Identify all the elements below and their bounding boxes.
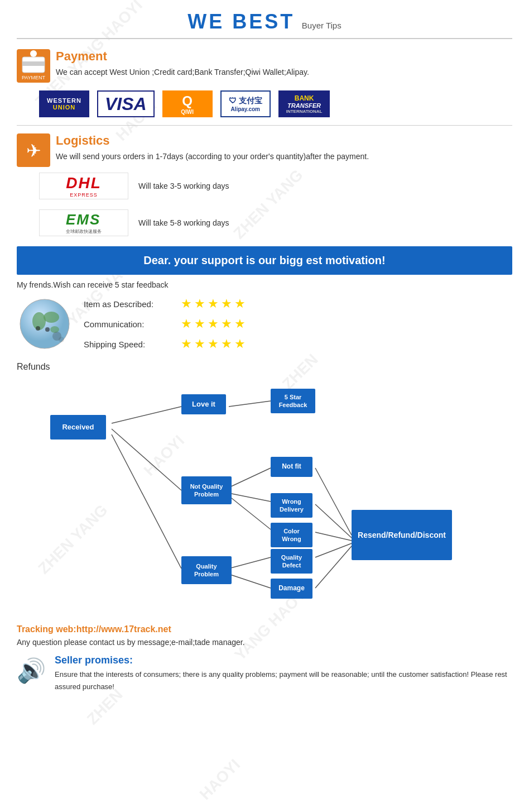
star-2: ★ [194,297,205,311]
seller-title: Seller promises: [55,655,512,666]
section-divider-1 [17,125,512,126]
rating-row-item: Item as Described: ★ ★ ★ ★ ★ [84,297,246,311]
svg-line-26 [315,532,352,541]
dhl-logo: DHL EXPRESS [39,173,128,199]
svg-line-15 [112,407,181,423]
logistics-text: We will send yours orders in 1-7days (ac… [56,150,369,163]
seller-text: Ensure that the interests of consumers; … [55,668,512,693]
payment-text: We can accept West Union ;Credit card;Ba… [56,66,309,78]
tracking-text: Any question please contact us by messag… [17,638,512,647]
refunds-title: Refunds [17,362,512,372]
star-4: ★ [221,297,232,311]
rating-label-ship: Shipping Speed: [84,340,173,349]
svg-text:✈: ✈ [26,141,41,161]
motivation-banner: Dear. your support is our bigg est motiv… [17,246,512,275]
refunds-flowchart: Received Love it 5 StarFeedback Not Qual… [17,379,512,613]
payment-section: PAYMENT Payment We can accept West Union… [17,49,512,83]
fc-damage: Damage [271,579,312,599]
flowchart-lines [17,379,512,613]
refunds-section: Refunds [17,362,512,613]
header-subtitle: Buyer Tips [302,21,342,30]
ems-carrier: EMS 全球邮政快递服务 Will take 5-8 working days [39,209,512,236]
fc-received: Received [50,415,106,440]
ems-desc: Will take 5-8 working days [138,218,229,227]
star-3: ★ [208,297,219,311]
logistics-section: ✈ Logistics We will send yours orders in… [17,133,512,167]
svg-line-28 [315,546,352,588]
svg-point-12 [59,337,64,342]
logistics-label: Logistics [56,133,369,148]
svg-point-14 [45,327,50,332]
svg-line-19 [229,468,271,488]
logistics-carriers: DHL EXPRESS Will take 3-5 working days E… [39,173,512,236]
svg-point-9 [44,312,59,323]
feedback-ratings: Item as Described: ★ ★ ★ ★ ★ Communicati… [84,297,246,351]
payment-icon: PAYMENT [17,49,50,83]
star-1: ★ [181,297,192,311]
ems-logo: EMS 全球邮政快递服务 [39,209,128,236]
svg-point-13 [36,326,40,331]
speaker-icon: 🔊 [17,657,46,684]
seller-section: 🔊 Seller promises: Ensure that the inter… [17,655,512,693]
fc-five-star: 5 StarFeedback [271,389,315,413]
svg-text:PAYMENT: PAYMENT [22,75,46,80]
svg-line-16 [112,429,181,490]
svg-line-25 [315,504,352,538]
fc-quality-defect: QualityDefect [271,549,312,574]
svg-line-17 [112,434,181,569]
rating-label-comm: Communication: [84,319,173,329]
stars-comm: ★ ★ ★ ★ ★ [181,317,246,331]
rating-row-communication: Communication: ★ ★ ★ ★ ★ [84,317,246,331]
svg-line-21 [229,496,271,529]
visa-logo: VISA [97,90,155,117]
feedback-section: My frends.Wish can receive 5 star feedba… [17,280,512,352]
fc-quality-problem: QualityProblem [181,556,232,584]
dhl-desc: Will take 3-5 working days [138,181,229,190]
tracking-url: Tracking web:http://www.17track.net [17,624,512,634]
logistics-icon: ✈ [17,133,50,167]
alipay-logo: 🛡 支付宝 Alipay.com [220,90,271,117]
stars-ship: ★ ★ ★ ★ ★ [181,337,246,351]
svg-line-22 [229,557,271,569]
payment-logos: WESTERN UNION VISA Q QIWI 🛡 支付宝 Alipay.c… [39,90,512,117]
fc-not-quality: Not QualityProblem [181,476,232,504]
fc-color-wrong: ColorWrong [271,523,312,547]
feedback-intro: My frends.Wish can receive 5 star feedba… [17,280,512,289]
svg-line-23 [229,574,271,588]
feedback-globe-icon [17,296,73,352]
star-5: ★ [234,297,246,311]
bank-transfer-logo: BANK TRANSFER INTERNATIONAL [278,90,330,117]
seller-content: Seller promises: Ensure that the interes… [55,655,512,693]
svg-line-27 [315,543,352,557]
tracking-section: Tracking web:http://www.17track.net Any … [17,624,512,647]
fc-resend: Resend/Refund/Discont [352,510,452,560]
rating-label-item: Item as Described: [84,299,173,309]
header-title: WE BEST [187,10,295,33]
stars-item: ★ ★ ★ ★ ★ [181,297,246,311]
svg-point-3 [30,50,37,57]
dhl-carrier: DHL EXPRESS Will take 3-5 working days [39,173,512,199]
western-union-logo: WESTERN UNION [39,90,89,117]
qiwi-logo: Q QIWI [162,90,213,117]
svg-line-24 [315,468,352,535]
fc-love-it: Love it [181,394,226,414]
fc-not-fit: Not fit [271,457,312,477]
rating-row-shipping: Shipping Speed: ★ ★ ★ ★ ★ [84,337,246,351]
payment-label: Payment [56,49,309,64]
svg-rect-2 [22,61,45,66]
feedback-row: Item as Described: ★ ★ ★ ★ ★ Communicati… [17,296,512,352]
svg-line-20 [229,493,271,501]
svg-line-18 [229,401,271,407]
fc-wrong-delivery: WrongDelivery [271,493,312,518]
page-header: WE BEST Buyer Tips [17,0,512,39]
